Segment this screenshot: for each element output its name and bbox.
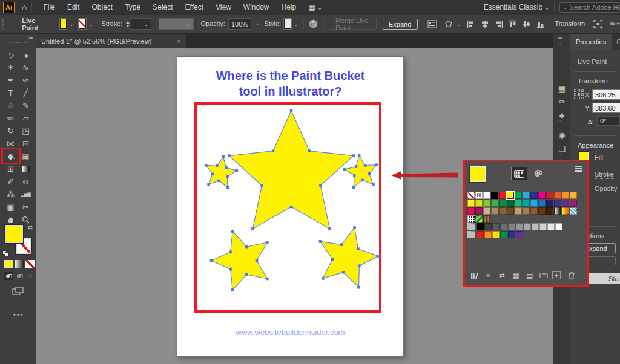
color-theme-toggle[interactable] [530,167,547,180]
swatch[interactable] [538,207,546,215]
swatch[interactable] [477,223,484,230]
swatch[interactable] [515,207,522,215]
workspace-switcher[interactable]: Essentials Classic⌄ [484,3,549,11]
reference-point-locator[interactable] [574,89,585,100]
swatch[interactable] [492,231,500,238]
delete-swatch-button[interactable] [566,270,577,280]
shape-tool[interactable]: ☆ [3,99,18,112]
brushes-panel-icon[interactable]: ✑ [553,94,570,109]
swatch[interactable] [516,223,523,230]
illustrator-logo[interactable]: Ai [3,2,15,13]
expand-button[interactable]: Expand [383,19,418,30]
none-mode-button[interactable] [25,260,35,268]
blend-tool[interactable]: ⊚ [18,175,33,188]
swatch-registration[interactable]: ⊕ [475,192,483,199]
opacity-value[interactable]: 100% [228,18,251,30]
swatch[interactable] [532,223,539,230]
swatch[interactable] [539,223,547,230]
tab-color-partial[interactable]: Col [612,34,620,50]
edit-toolbar-icon[interactable]: ••• [13,311,24,318]
align-left-icon[interactable] [467,20,475,28]
swatch[interactable] [483,207,490,215]
swatch[interactable] [515,192,522,199]
chevron-right-icon[interactable]: ⌄ [253,22,259,27]
swatch[interactable] [546,207,553,215]
swatches-panel-icon[interactable]: ▦ [553,81,570,96]
chevron-down-icon[interactable]: ⌄ [88,21,93,27]
pen-tool[interactable]: ✒ [3,74,18,86]
collapse-dock-icon[interactable]: ▸▸ [558,35,562,41]
swatch[interactable] [547,223,555,230]
shape-properties-icon[interactable]: ⌄ [444,20,461,28]
isolate-selection-icon[interactable] [593,20,602,28]
line-segment-tool[interactable]: ╱ [18,86,33,99]
align-bottom-icon[interactable] [536,20,545,28]
align-center-vertical-icon[interactable] [523,20,531,28]
swatches-view-toggle[interactable] [511,167,527,180]
gradient-tool[interactable] [18,163,33,175]
document-tab[interactable]: Untitled-1* @ 52.56% (RGB/Preview) × [36,34,186,48]
mesh-tool[interactable]: ⊞ [3,163,18,175]
fill-color-swatch[interactable] [60,19,67,29]
default-fill-stroke-icon[interactable] [2,250,9,256]
swatch[interactable] [500,223,507,230]
change-screen-mode-icon[interactable] [12,287,24,297]
stroke-color-swatch[interactable] [79,19,86,29]
bottom-partial-button[interactable]: Sta [589,273,620,284]
paintbrush-tool[interactable]: ✎ [18,99,33,112]
menu-view[interactable]: View [209,3,237,11]
grid-view-button[interactable]: ▦ [510,270,521,280]
symbols-panel-icon[interactable]: ♣ [553,108,570,122]
stroke-weight-dropdown[interactable]: ⌄ [131,18,151,30]
swatch[interactable] [491,192,498,199]
menu-help[interactable]: Help [275,3,303,11]
add-to-library-button[interactable]: ⇄ [496,270,507,280]
curvature-tool[interactable]: ✑ [18,74,33,86]
swatch-none[interactable] [467,192,475,199]
fill-indicator[interactable] [5,225,23,243]
close-tab-icon[interactable]: × [177,37,181,45]
direct-selection-tool[interactable]: ▲ [18,48,33,61]
swatch-gradient[interactable] [562,207,569,215]
menu-object[interactable]: Object [86,3,119,11]
panel-menu-icon[interactable] [575,166,582,172]
color-group-folder-icon[interactable] [467,231,475,238]
y-value-input[interactable]: 383.60 [592,103,620,113]
search-input[interactable]: ⌄ Search Adobe He [559,2,620,13]
artboard[interactable]: Where is the Paint Bucket tool in Illust… [177,56,404,357]
swatch[interactable] [491,207,498,215]
tab-properties[interactable]: Properties [570,34,612,50]
menu-type[interactable]: Type [119,3,147,11]
x-value-input[interactable]: 306.25 [592,89,620,100]
swatch[interactable] [508,231,515,238]
swatch[interactable] [475,200,483,207]
selection-tool[interactable]: △ [3,48,18,61]
swatch[interactable] [538,192,546,199]
align-right-icon[interactable] [495,20,503,28]
swatch[interactable] [499,192,506,199]
swatch-gradient[interactable] [554,207,561,215]
rotate-tool[interactable]: ↻ [3,125,18,137]
swatch[interactable] [570,200,577,207]
swatch[interactable] [499,200,506,207]
angle-value-input[interactable]: 0° [597,116,620,126]
swatch[interactable] [530,207,538,215]
swatch-pattern[interactable] [483,215,490,223]
recolor-artwork-icon[interactable] [308,19,318,29]
align-center-horizontal-icon[interactable] [481,20,489,28]
swatch[interactable] [554,200,561,207]
swatch[interactable] [530,200,538,207]
scale-tool[interactable]: ◳ [18,125,33,137]
magic-wand-tool[interactable]: ✶ [3,61,18,74]
opacity-label[interactable]: Opacity: [201,20,225,28]
menu-effect[interactable]: Effect [179,3,209,11]
menu-edit[interactable]: Edit [61,3,86,11]
panel-grip[interactable] [2,19,4,30]
swatch[interactable] [546,192,553,199]
swatch[interactable] [491,200,498,207]
swatch[interactable] [508,223,515,230]
chevron-down-icon[interactable]: ⌄ [69,21,74,27]
symbol-sprayer-tool[interactable]: ⁂ [3,188,18,201]
opacity-link[interactable]: Opacity [595,185,617,193]
stroke-label[interactable]: Stroke: [101,20,122,28]
